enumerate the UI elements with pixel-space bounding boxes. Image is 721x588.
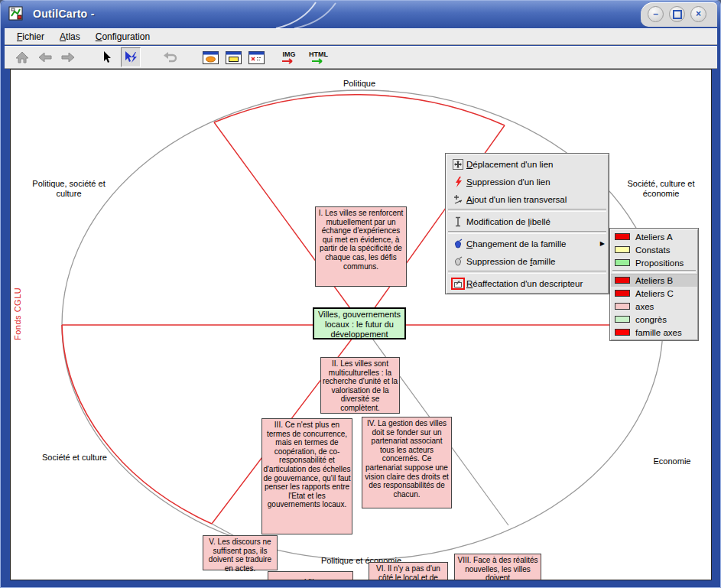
- application-window: OutilCarto - – × Fichier Atlas Configura…: [0, 0, 721, 588]
- reassign-icon: [453, 279, 463, 288]
- family-color-swatch: [615, 329, 630, 336]
- cursor-icon: [103, 51, 112, 63]
- family-color-swatch: [615, 277, 630, 284]
- export-html-label: HTML: [309, 51, 328, 58]
- export-img-label: IMG: [283, 51, 296, 58]
- menu-atlas[interactable]: Atlas: [54, 30, 86, 44]
- menu-item-changement-famille[interactable]: Changement de la famille ▶: [447, 235, 608, 252]
- region-label-politique: Politique: [321, 79, 398, 89]
- submenu-item-constats[interactable]: Constats: [611, 243, 697, 256]
- tool-bar: IMG HTML: [5, 46, 717, 69]
- dialog-window-icon: [248, 51, 265, 64]
- window-controls: – ×: [641, 2, 717, 27]
- family-color-swatch: [615, 259, 630, 266]
- map-window-button[interactable]: [200, 47, 220, 67]
- label-window-button[interactable]: [223, 47, 243, 67]
- menu-separator: [448, 231, 606, 234]
- export-img-button[interactable]: IMG: [281, 51, 297, 64]
- submenu-item-congres[interactable]: congrès: [611, 313, 697, 326]
- maximize-button[interactable]: [669, 6, 685, 22]
- red-lightning-icon: [450, 177, 466, 187]
- concept-node-IV[interactable]: IV. La gestion des villes doit se fonder…: [362, 417, 452, 508]
- submenu-item-axes[interactable]: axes: [611, 300, 697, 313]
- ibeam-icon: [450, 216, 466, 227]
- add-link-icon: [450, 194, 466, 205]
- family-color-swatch: [615, 316, 630, 323]
- submenu-item-propositions[interactable]: Propositions: [611, 256, 697, 269]
- concept-node-II[interactable]: II. Les villes sont multiculturelles : l…: [320, 357, 400, 414]
- app-icon: [8, 5, 25, 22]
- menu-configuration[interactable]: Configuration: [89, 30, 156, 44]
- submenu-item-ateliers-b[interactable]: Ateliers B: [611, 274, 697, 287]
- export-html-button[interactable]: HTML: [309, 51, 328, 64]
- dialog-window-button[interactable]: [246, 47, 266, 67]
- concept-node-I[interactable]: I. Les villes se renforcent mutuellement…: [315, 206, 407, 287]
- region-label-economie: Economie: [641, 456, 703, 466]
- menu-item-modification-libelle[interactable]: Modification de libellé: [447, 213, 608, 230]
- title-bar[interactable]: OutilCarto - – ×: [1, 1, 720, 28]
- home-button[interactable]: [12, 47, 32, 67]
- concept-node-III[interactable]: III. Ce n'est plus en termes de concurre…: [261, 418, 352, 534]
- concept-node-VII[interactable]: VII.: [268, 571, 353, 580]
- lightning-cursor-icon: [123, 50, 138, 64]
- forward-button[interactable]: [58, 47, 78, 67]
- gray-ink-icon: [450, 256, 466, 267]
- menu-bar: Fichier Atlas Configuration: [5, 28, 717, 45]
- menu-separator: [448, 271, 606, 274]
- concept-node-center[interactable]: Villes, gouvernements locaux : le futur …: [313, 307, 406, 339]
- undo-button[interactable]: [161, 47, 180, 67]
- family-color-swatch: [615, 290, 630, 297]
- menu-item-reaffectation-descripteur[interactable]: Réaffectation d'un descripteur: [447, 275, 608, 292]
- menu-item-ajout-lien-transversal[interactable]: Ajout d'un lien transversal: [447, 190, 608, 208]
- undo-arrow-icon: [163, 52, 178, 63]
- back-arrow-icon: [38, 52, 52, 63]
- region-label-politique-societe-culture: Politique, société et culture: [19, 179, 119, 199]
- blue-ink-icon: [450, 239, 466, 249]
- titlebar-swoosh-decoration: [268, 1, 368, 28]
- menu-item-deplacement-lien[interactable]: Déplacement d'un lien: [447, 155, 608, 173]
- concept-node-VI[interactable]: VI. Il n'y a pas d'un côté le local et d…: [369, 562, 448, 580]
- family-submenu: Ateliers A Constats Propositions Atelier…: [609, 228, 699, 341]
- maximize-glyph: [673, 10, 682, 19]
- green-arrow-icon: [311, 58, 326, 64]
- menu-item-suppression-famille[interactable]: Suppression de famille: [447, 252, 608, 270]
- menu-fichier[interactable]: Fichier: [11, 30, 50, 44]
- submenu-item-famille-axes[interactable]: famille axes: [611, 326, 697, 339]
- box-window-icon: [226, 51, 242, 64]
- menu-separator: [448, 209, 606, 212]
- forward-arrow-icon: [61, 52, 75, 63]
- region-label-societe-culture-economie: Société, culture et économie: [613, 179, 709, 199]
- family-color-swatch: [615, 246, 630, 253]
- red-arrow-icon: [281, 58, 297, 64]
- minimize-button[interactable]: –: [648, 6, 664, 22]
- menu-item-suppression-lien[interactable]: Suppression d'un lien: [447, 173, 608, 190]
- icon-selection-box: [451, 278, 465, 290]
- family-color-swatch: [615, 233, 630, 240]
- ellipse-window-icon: [203, 51, 219, 64]
- home-icon: [15, 51, 29, 63]
- move-icon: [450, 159, 466, 170]
- reassign-icon-wrapper: [450, 278, 466, 290]
- submenu-arrow-icon: ▶: [600, 240, 605, 247]
- concept-node-VIII[interactable]: VIII. Face à des réalités nouvelles, les…: [454, 554, 541, 580]
- back-button[interactable]: [35, 47, 55, 67]
- submenu-item-ateliers-a[interactable]: Ateliers A: [611, 230, 697, 243]
- link-tool-button[interactable]: [121, 47, 141, 67]
- context-menu: Déplacement d'un lien Suppression d'un l…: [445, 153, 609, 294]
- concept-node-V[interactable]: V. Les discours ne suffisent pas, ils do…: [203, 535, 278, 570]
- select-tool-button[interactable]: [98, 47, 118, 67]
- close-button[interactable]: ×: [690, 6, 706, 22]
- fonds-cglu-label: Fonds CGLU: [13, 270, 22, 340]
- window-title: OutilCarto -: [33, 8, 95, 20]
- family-color-swatch: [615, 303, 630, 310]
- menu-separator: [612, 270, 696, 273]
- submenu-item-ateliers-c[interactable]: Ateliers C: [611, 287, 697, 300]
- region-label-societe-culture: Société et culture: [27, 453, 122, 463]
- concept-map-canvas[interactable]: Politique Politique, société et culture …: [10, 69, 712, 580]
